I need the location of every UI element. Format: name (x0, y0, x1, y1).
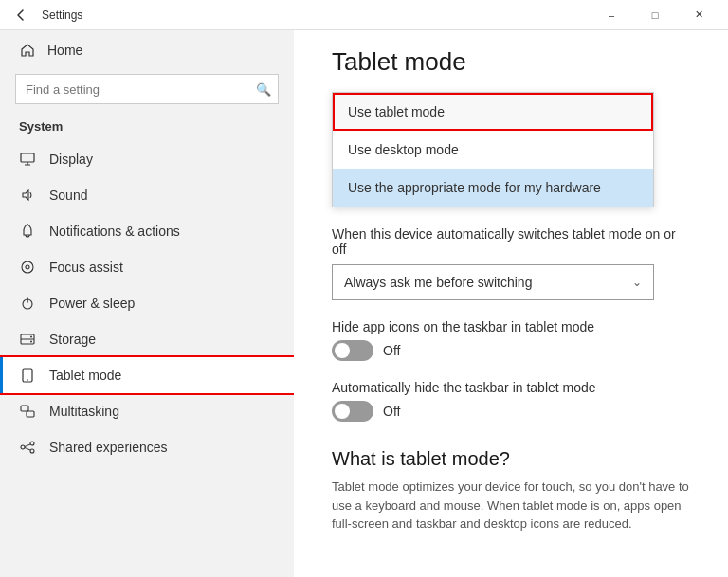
home-icon (19, 42, 36, 59)
svg-point-17 (30, 449, 34, 453)
sidebar-item-focus[interactable]: Focus assist (0, 249, 294, 285)
what-is-title: What is tablet mode? (332, 448, 690, 470)
title-bar-left: Settings (8, 2, 590, 28)
sidebar-item-label: Storage (49, 332, 96, 347)
toggle-knob (335, 343, 350, 358)
display-icon (19, 151, 36, 168)
settings-window: Settings – □ ✕ Home 🔍 System (0, 0, 728, 577)
window-title: Settings (42, 9, 82, 22)
dropdown-option-hardware[interactable]: Use the appropriate mode for my hardware (333, 169, 653, 207)
hide-icons-toggle[interactable] (332, 340, 373, 361)
focus-icon (19, 259, 36, 276)
close-button[interactable]: ✕ (677, 0, 720, 30)
multitasking-icon (19, 403, 36, 420)
page-title: Tablet mode (332, 30, 690, 92)
svg-point-4 (26, 265, 29, 269)
sidebar-item-label: Tablet mode (49, 368, 121, 383)
sidebar-item-label: Display (49, 152, 93, 167)
dropdown-option-tablet[interactable]: Use tablet mode (333, 93, 653, 131)
auto-switch-value: Always ask me before switching (344, 275, 532, 290)
svg-rect-0 (21, 153, 34, 162)
svg-point-12 (27, 379, 28, 381)
auto-switch-label: When this device automatically switches … (332, 226, 690, 257)
svg-line-19 (25, 448, 30, 451)
maximize-button[interactable]: □ (633, 0, 677, 30)
sidebar: Home 🔍 System Display (0, 30, 294, 577)
auto-hide-label: Automatically hide the taskbar in tablet… (332, 380, 690, 395)
svg-point-16 (30, 442, 34, 445)
auto-switch-dropdown[interactable]: Always ask me before switching ⌄ (332, 264, 654, 300)
sidebar-item-power[interactable]: Power & sleep (0, 285, 294, 321)
hide-icons-label: Hide app icons on the taskbar in tablet … (332, 319, 690, 334)
hide-icons-state: Off (383, 343, 400, 358)
tablet-icon (19, 367, 36, 384)
sidebar-item-tablet[interactable]: Tablet mode (0, 357, 294, 393)
search-box: 🔍 (15, 74, 279, 104)
sidebar-item-label: Sound (49, 188, 87, 203)
window-content: Home 🔍 System Display (0, 30, 728, 577)
toggle-knob-2 (335, 404, 350, 419)
sidebar-item-label: Multitasking (49, 404, 119, 419)
svg-rect-13 (21, 406, 28, 411)
chevron-down-icon: ⌄ (632, 276, 642, 289)
main-panel: Tablet mode Use tablet mode Use desktop … (294, 30, 728, 577)
sidebar-item-storage[interactable]: Storage (0, 321, 294, 357)
svg-point-15 (21, 445, 25, 449)
dropdown-popup[interactable]: Use tablet mode Use desktop mode Use the… (332, 92, 654, 207)
auto-hide-toggle[interactable] (332, 401, 373, 422)
storage-icon (19, 331, 36, 348)
window-controls: – □ ✕ (590, 0, 720, 30)
dropdown-option-desktop[interactable]: Use desktop mode (333, 131, 653, 169)
svg-point-9 (30, 336, 32, 338)
svg-line-18 (25, 444, 30, 447)
auto-hide-toggle-wrap: Off (332, 401, 690, 422)
hide-icons-toggle-wrap: Off (332, 340, 690, 361)
svg-point-3 (22, 261, 33, 273)
sidebar-home[interactable]: Home (0, 30, 294, 70)
power-icon (19, 295, 36, 312)
sidebar-item-notifications[interactable]: Notifications & actions (0, 213, 294, 249)
sidebar-item-label: Notifications & actions (49, 224, 180, 239)
sidebar-item-label: Power & sleep (49, 296, 135, 311)
hide-icons-toggle-row: Hide app icons on the taskbar in tablet … (332, 319, 690, 361)
notifications-icon (19, 223, 36, 240)
minimize-button[interactable]: – (590, 0, 633, 30)
what-is-section: What is tablet mode? Tablet mode optimiz… (332, 448, 690, 533)
sidebar-item-display[interactable]: Display (0, 141, 294, 177)
title-bar: Settings – □ ✕ (0, 0, 728, 30)
back-button[interactable] (8, 2, 34, 28)
search-icon: 🔍 (256, 82, 271, 97)
sidebar-section: System (0, 116, 294, 141)
home-label: Home (47, 43, 82, 58)
sidebar-item-sound[interactable]: Sound (0, 177, 294, 213)
sidebar-item-label: Focus assist (49, 260, 123, 275)
sound-icon (19, 187, 36, 204)
svg-rect-14 (27, 411, 34, 417)
sidebar-item-multitasking[interactable]: Multitasking (0, 393, 294, 429)
sidebar-item-shared[interactable]: Shared experiences (0, 429, 294, 465)
auto-hide-taskbar-toggle-row: Automatically hide the taskbar in tablet… (332, 380, 690, 422)
svg-marker-1 (23, 190, 28, 200)
auto-hide-state: Off (383, 404, 400, 419)
what-is-body: Tablet mode optimizes your device for to… (332, 478, 690, 533)
tablet-mode-dropdown-container: Use tablet mode Use desktop mode Use the… (332, 92, 690, 207)
svg-point-10 (30, 341, 32, 343)
shared-icon (19, 439, 36, 456)
sidebar-item-label: Shared experiences (49, 440, 168, 455)
search-input[interactable] (15, 74, 279, 104)
